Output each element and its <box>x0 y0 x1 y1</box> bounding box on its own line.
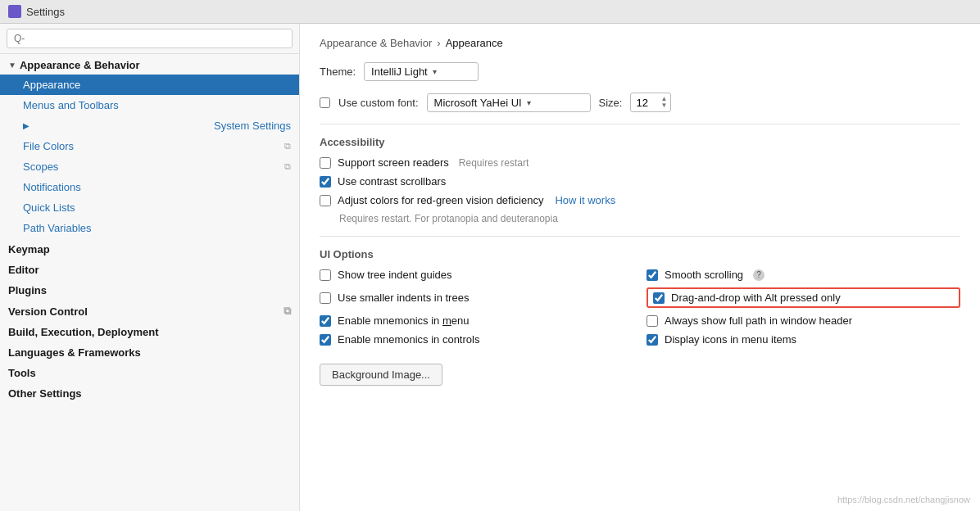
sidebar-section-other[interactable]: Other Settings <box>0 382 299 403</box>
watermark: https://blog.csdn.net/changjisnow <box>837 495 970 504</box>
sidebar-item-file-colors[interactable]: File Colors ⧉ <box>0 136 299 156</box>
theme-row: Theme: IntelliJ Light ▾ <box>320 62 960 81</box>
breadcrumb-separator: › <box>437 37 440 49</box>
full-path-row: Always show full path in window header <box>647 314 960 327</box>
background-image-button[interactable]: Background Image... <box>320 364 442 386</box>
vc-icon: ⧉ <box>284 305 291 318</box>
title-bar: Settings <box>0 0 980 24</box>
copy-icon-2: ⧉ <box>284 161 291 172</box>
sidebar-section-keymap[interactable]: Keymap <box>0 238 299 259</box>
sidebar-section-tools[interactable]: Tools <box>0 362 299 382</box>
size-down-arrow[interactable]: ▼ <box>660 102 667 109</box>
font-dropdown[interactable]: Microsoft YaHei UI ▾ <box>427 93 591 112</box>
custom-font-checkbox[interactable] <box>320 97 330 108</box>
theme-label: Theme: <box>320 66 356 78</box>
mnemonics-menu-row: Enable mnemonics in menu <box>320 314 633 327</box>
sidebar-section-appearance-behavior[interactable]: ▼ Appearance & Behavior <box>0 54 299 75</box>
search-input[interactable] <box>7 29 293 48</box>
mnemonics-controls-row: Enable mnemonics in controls <box>320 333 633 346</box>
search-bar <box>0 24 299 54</box>
smooth-scrolling-row: Smooth scrolling ? <box>647 269 960 281</box>
screen-readers-checkbox[interactable] <box>320 157 331 169</box>
sidebar-section-languages[interactable]: Languages & Frameworks <box>0 341 299 362</box>
full-path-label[interactable]: Always show full path in window header <box>665 314 852 327</box>
smooth-scrolling-checkbox[interactable] <box>647 269 658 281</box>
breadcrumb-parent: Appearance & Behavior <box>320 37 432 49</box>
screen-readers-row: Support screen readers Requires restart <box>320 156 960 169</box>
contrast-scrollbars-label[interactable]: Use contrast scrollbars <box>338 175 446 188</box>
collapse-arrow: ▼ <box>8 61 16 70</box>
display-icons-checkbox[interactable] <box>647 334 658 346</box>
mnemonics-menu-label[interactable]: Enable mnemonics in menu <box>338 314 469 327</box>
sidebar-section-plugins[interactable]: Plugins <box>0 279 299 300</box>
sidebar-item-notifications[interactable]: Notifications <box>0 177 299 197</box>
smooth-scrolling-help[interactable]: ? <box>753 269 764 281</box>
full-path-checkbox[interactable] <box>647 315 658 327</box>
show-tree-indent-row: Show tree indent guides <box>320 269 633 281</box>
drag-drop-label[interactable]: Drag-and-drop with Alt pressed only <box>671 292 841 304</box>
ui-options-grid: Show tree indent guides Smooth scrolling… <box>320 269 960 346</box>
section-label: Appearance & Behavior <box>20 59 140 71</box>
font-dropdown-arrow: ▾ <box>527 98 531 107</box>
sidebar-item-appearance[interactable]: Appearance <box>0 75 299 95</box>
theme-dropdown[interactable]: IntelliJ Light ▾ <box>364 62 479 81</box>
sidebar-section-editor[interactable]: Editor <box>0 259 299 279</box>
sidebar-item-quick-lists[interactable]: Quick Lists <box>0 197 299 218</box>
display-icons-row: Display icons in menu items <box>647 333 960 346</box>
screen-readers-note: Requires restart <box>459 157 529 169</box>
screen-readers-label[interactable]: Support screen readers <box>338 156 449 169</box>
accessibility-title: Accessibility <box>320 136 960 148</box>
adjust-colors-checkbox[interactable] <box>320 195 331 206</box>
mnemonics-controls-checkbox[interactable] <box>320 334 331 346</box>
contrast-scrollbars-row: Use contrast scrollbars <box>320 175 960 188</box>
smaller-indents-checkbox[interactable] <box>320 292 331 304</box>
font-size-value[interactable] <box>636 97 659 109</box>
main-content: ▼ Appearance & Behavior Appearance Menus… <box>0 24 980 511</box>
custom-font-label[interactable]: Use custom font: <box>338 97 419 109</box>
adjust-colors-label[interactable]: Adjust colors for red-green vision defic… <box>338 194 543 206</box>
app-icon <box>8 5 21 18</box>
title-bar-text: Settings <box>26 6 65 18</box>
content-panel: Appearance & Behavior › Appearance Theme… <box>300 24 980 511</box>
expand-arrow: ▶ <box>23 121 29 130</box>
font-size-input[interactable]: ▲ ▼ <box>630 93 671 112</box>
size-label: Size: <box>599 97 623 109</box>
sidebar-section-version-control[interactable]: Version Control ⧉ <box>0 300 299 321</box>
sidebar-item-system-settings[interactable]: ▶ System Settings <box>0 115 299 136</box>
mnemonics-controls-label[interactable]: Enable mnemonics in controls <box>338 333 479 346</box>
mnemonics-menu-checkbox[interactable] <box>320 315 331 327</box>
ui-options-title: UI Options <box>320 248 960 260</box>
sidebar-item-menus-toolbars[interactable]: Menus and Toolbars <box>0 95 299 115</box>
smaller-indents-label[interactable]: Use smaller indents in trees <box>338 292 469 304</box>
font-size-spinner[interactable]: ▲ ▼ <box>660 96 667 109</box>
breadcrumb-current: Appearance <box>446 37 503 49</box>
contrast-scrollbars-checkbox[interactable] <box>320 176 331 188</box>
how-it-works-link[interactable]: How it works <box>555 194 615 206</box>
copy-icon: ⧉ <box>284 141 291 151</box>
adjust-colors-row: Adjust colors for red-green vision defic… <box>320 194 960 206</box>
show-tree-indent-label[interactable]: Show tree indent guides <box>338 269 451 281</box>
theme-dropdown-arrow: ▾ <box>433 67 437 76</box>
smooth-scrolling-label[interactable]: Smooth scrolling <box>665 269 743 281</box>
sidebar-item-path-variables[interactable]: Path Variables <box>0 218 299 238</box>
custom-font-row: Use custom font: Microsoft YaHei UI ▾ Si… <box>320 93 960 112</box>
divider-1 <box>320 124 960 124</box>
divider-2 <box>320 236 960 237</box>
sidebar-item-scopes[interactable]: Scopes ⧉ <box>0 156 299 177</box>
font-value: Microsoft YaHei UI <box>434 97 522 109</box>
show-tree-indent-checkbox[interactable] <box>320 269 331 281</box>
breadcrumb: Appearance & Behavior › Appearance <box>320 37 960 49</box>
display-icons-label[interactable]: Display icons in menu items <box>665 333 796 346</box>
adjust-colors-sub-note: Requires restart. For protanopia and deu… <box>339 213 960 224</box>
theme-value: IntelliJ Light <box>371 66 428 78</box>
drag-drop-row: Drag-and-drop with Alt pressed only <box>647 287 960 308</box>
smaller-indents-row: Use smaller indents in trees <box>320 287 633 308</box>
sidebar: ▼ Appearance & Behavior Appearance Menus… <box>0 24 300 511</box>
drag-drop-checkbox[interactable] <box>653 292 665 304</box>
sidebar-section-build[interactable]: Build, Execution, Deployment <box>0 321 299 341</box>
